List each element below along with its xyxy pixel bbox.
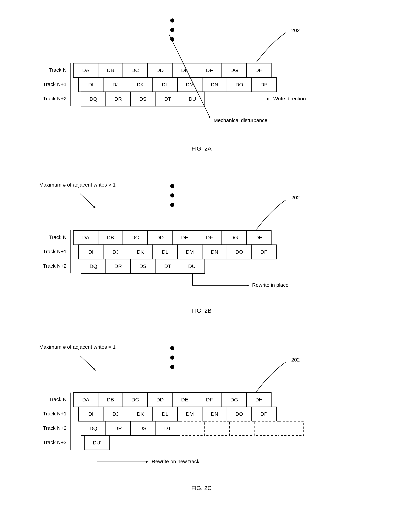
figure-caption-a: FIG. 2A [191,145,211,152]
data-cell-label: DI [88,249,94,255]
track-label: Track N [49,67,67,73]
data-cell-label: DJ [113,82,119,87]
empty-cell [254,421,279,436]
ellipsis-dot [170,203,174,207]
data-cell-label: DP [261,249,268,255]
data-cell-label: DB [107,67,114,73]
data-cell-label: DL [162,82,168,87]
ellipsis-dot [170,19,174,23]
heading-c: Maximum # of adjacent writes = 1 [39,344,116,350]
track-label: Track N+3 [43,439,67,445]
data-cell-label: DS [139,425,147,431]
ellipsis-dot [170,184,174,188]
track-label: Track N+1 [43,249,67,254]
write-direction-label: Write direction [273,96,306,101]
data-cell-label: DR [114,96,122,102]
data-cell-label: DD [156,235,164,240]
data-cell-label: DQ [90,96,97,102]
data-cell-label: DT [164,96,171,102]
ref-number: 202 [291,357,300,362]
data-cell-label: DC [132,235,139,240]
track-label: Track N+1 [43,411,67,417]
data-cell-label: DQ [90,263,97,269]
data-cell-label: DR [114,263,122,269]
empty-cell [279,421,304,436]
data-cell-label: DI [88,411,94,417]
empty-cell [229,421,254,436]
data-cell-label: DQ [90,425,97,431]
data-cell-label: DE [181,235,188,240]
ellipsis-dot [170,346,174,350]
rewrite-label-c: Rewrite on new track [152,459,200,464]
data-cell-label: DA [82,67,89,73]
data-cell-label: DC [132,397,139,402]
data-cell-label: DO [235,82,243,87]
data-cell-label: DP [261,82,268,87]
rewrite-new-track-arrow [97,450,148,462]
data-cell-label: DC [132,67,139,73]
data-cell-label: DK [137,411,144,417]
rewrite-label-b: Rewrite in place [252,282,289,288]
data-cell-label: DG [230,397,238,402]
data-cell-label: DN [211,411,218,417]
data-cell-label: DD [156,397,164,402]
track-label: Track N [49,234,67,240]
rewrite-in-place-arrow [192,273,249,285]
ref-number: 202 [291,27,300,33]
data-cell-label: DB [107,235,114,240]
figure-caption-b: FIG. 2B [191,307,211,314]
data-cell-label: DF [206,397,213,402]
track-label: Track N+1 [43,82,67,87]
heading-arrow [80,356,95,370]
data-cell-label: DA [82,397,89,402]
data-cell-label: DK [137,249,144,255]
data-cell-label: DU [189,96,196,102]
data-cell-label: DG [230,67,238,73]
data-cell-label: DL [162,411,168,417]
data-cell-label: DJ [113,411,119,417]
data-cell-label: DT [164,263,171,269]
data-cell-label: DK [137,82,144,87]
track-label: Track N+2 [43,425,67,431]
data-cell-label: DM [186,249,194,255]
ellipsis-dot [170,365,174,369]
heading-arrow [80,194,95,208]
mechanical-disturbance-label: Mechanical disturbance [214,117,267,123]
data-cell-label: DS [139,263,147,269]
data-cell-label: DO [235,249,243,255]
data-cell-label: DA [82,235,89,240]
data-cell-label: DS [139,96,147,102]
ref-leader [256,32,286,62]
data-cell-label: DO [235,411,243,417]
data-cell-label: DF [206,235,213,240]
data-cell-label: DH [255,67,263,73]
ref-leader [256,362,286,392]
track-label: Track N+2 [43,96,67,101]
data-cell-label: DJ [113,249,119,255]
data-cell-label: DH [255,235,263,240]
track-label: Track N+2 [43,263,67,269]
heading-b: Maximum # of adjacent writes > 1 [39,182,116,188]
empty-cell [205,421,229,436]
data-cell-label: DM [186,411,194,417]
data-cell-label: DH [255,397,263,402]
ref-leader [256,200,286,229]
data-cell-label: DL [162,249,168,255]
data-cell-label: DR [114,425,122,431]
data-cell-label: DU' [93,440,101,445]
data-cell-label: DE [181,67,188,73]
data-cell-label: DI [88,82,94,87]
data-cell-label: DP [261,411,268,417]
data-cell-label: DT [164,425,171,431]
data-cell-label: DN [211,82,218,87]
ellipsis-dot [170,193,174,197]
ellipsis-dot [170,355,174,360]
data-cell-label: DF [206,67,213,73]
ref-number: 202 [291,195,300,200]
data-cell-label: DN [211,249,218,255]
data-cell-label: DD [156,67,164,73]
data-cell-label: DB [107,397,114,402]
figure-caption-c: FIG. 2C [191,485,212,491]
ellipsis-dot [170,28,174,32]
empty-cell [180,421,205,436]
